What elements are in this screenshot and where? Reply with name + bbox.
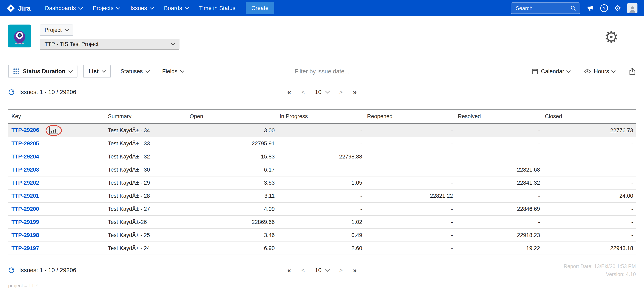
table-row: TTP-29201 Test KaydÄ± - 28 3.11 - 22821.… bbox=[8, 189, 636, 202]
fields-dropdown[interactable]: Fields bbox=[162, 68, 184, 75]
cell-key: TTP-29200 bbox=[8, 202, 106, 215]
cell-resolved: - bbox=[455, 124, 542, 137]
table-row: TTP-29203 Test KaydÄ± - 30 6.17 - - 2282… bbox=[8, 163, 636, 176]
issue-key-link[interactable]: TTP-29197 bbox=[12, 245, 39, 251]
time-format-label: Hours bbox=[594, 68, 609, 75]
next-page-button[interactable]: > bbox=[339, 89, 342, 96]
user-avatar[interactable] bbox=[627, 3, 638, 13]
cell-closed: - bbox=[542, 202, 636, 215]
list-controls-top: Issues: 1 - 10 / 29206 « < 10 > » bbox=[0, 88, 644, 96]
table-row: TTP-29204 Test KaydÄ± - 32 15.83 22798.8… bbox=[8, 150, 636, 163]
nav-time-in-status[interactable]: Time in Status bbox=[194, 0, 241, 16]
cell-in-progress: 0.49 bbox=[277, 229, 364, 242]
cell-open: 22869.66 bbox=[187, 215, 277, 229]
prev-page-button[interactable]: < bbox=[302, 267, 305, 273]
cell-in-progress: - bbox=[277, 137, 364, 150]
help-icon[interactable]: ? bbox=[600, 4, 608, 12]
table-row: TTP-29197 Test KaydÄ± - 24 6.90 2.60 - 1… bbox=[8, 242, 636, 255]
chevron-down-icon bbox=[116, 5, 120, 10]
cell-resolved: 22918.23 bbox=[455, 229, 542, 242]
nav-issues[interactable]: Issues bbox=[125, 0, 158, 16]
issue-key-link[interactable]: TTP-29201 bbox=[12, 193, 39, 199]
cell-summary: Test KaydÄ± - 32 bbox=[106, 150, 187, 163]
cell-in-progress: 2.60 bbox=[277, 242, 364, 255]
cell-resolved: - bbox=[455, 150, 542, 163]
issue-date-filter-input[interactable] bbox=[256, 68, 388, 75]
cell-reopened: - bbox=[364, 176, 455, 189]
first-page-button[interactable]: « bbox=[287, 266, 291, 274]
cell-key: TTP-29205 bbox=[8, 137, 106, 150]
issue-key-link[interactable]: TTP-29204 bbox=[12, 154, 39, 160]
nav-settings-gear-icon[interactable]: ⚙ bbox=[614, 4, 621, 12]
top-navbar: Jira Dashboards Projects Issues Boards T… bbox=[0, 0, 644, 16]
time-format-dropdown[interactable]: Hours bbox=[584, 68, 615, 75]
navbar-icons: ? ⚙ bbox=[587, 3, 638, 13]
settings-gear-icon[interactable]: ⚙ bbox=[604, 29, 619, 45]
refresh-icon[interactable] bbox=[8, 89, 15, 96]
feedback-megaphone-icon[interactable] bbox=[587, 5, 594, 12]
cell-closed: - bbox=[542, 137, 636, 150]
next-page-button[interactable]: > bbox=[339, 267, 342, 273]
nav-projects[interactable]: Projects bbox=[88, 0, 125, 16]
plugin-version: Version: 4.10 bbox=[564, 270, 636, 278]
cell-summary: Test KaydÄ± - 28 bbox=[106, 189, 187, 202]
issue-key-link[interactable]: TTP-29199 bbox=[12, 219, 39, 225]
create-button[interactable]: Create bbox=[246, 2, 274, 14]
issues-summary-line: Issues: 1 - 10 / 29206 bbox=[8, 89, 287, 96]
nav-label: Time in Status bbox=[199, 5, 236, 12]
cell-reopened: - bbox=[364, 202, 455, 215]
cell-closed: - bbox=[542, 176, 636, 189]
search-icon[interactable] bbox=[570, 5, 576, 11]
chevron-down-icon bbox=[171, 41, 175, 45]
cell-key: TTP-29197 bbox=[8, 242, 106, 255]
view-selector-button[interactable]: List bbox=[83, 65, 111, 78]
refresh-icon[interactable] bbox=[8, 267, 15, 273]
export-icon[interactable] bbox=[629, 68, 636, 75]
cell-in-progress: 1.02 bbox=[277, 215, 364, 229]
project-avatar bbox=[8, 25, 31, 48]
last-page-button[interactable]: » bbox=[353, 266, 357, 274]
cell-resolved: - bbox=[455, 189, 542, 202]
nav-dashboards[interactable]: Dashboards bbox=[40, 0, 88, 16]
col-summary: Summary bbox=[106, 109, 187, 124]
cell-resolved: 22821.68 bbox=[455, 163, 542, 176]
nav-label: Boards bbox=[164, 5, 182, 12]
project-select[interactable]: TTP - TIS Test Project bbox=[40, 39, 180, 50]
jira-logo[interactable]: Jira bbox=[6, 4, 31, 13]
red-highlight-oval bbox=[46, 125, 62, 136]
chevron-down-icon bbox=[325, 267, 330, 271]
first-page-button[interactable]: « bbox=[287, 88, 291, 96]
page-size-dropdown[interactable]: 10 bbox=[315, 89, 329, 96]
issue-key-link[interactable]: TTP-29203 bbox=[12, 167, 39, 173]
eye-icon bbox=[584, 69, 591, 74]
page-size-dropdown[interactable]: 10 bbox=[315, 267, 329, 273]
issue-key-link[interactable]: TTP-29206 bbox=[12, 127, 39, 133]
calendar-label: Calendar bbox=[541, 68, 564, 75]
search-input[interactable] bbox=[515, 5, 568, 12]
jira-logo-icon bbox=[6, 4, 15, 13]
bar-chart-icon[interactable] bbox=[49, 127, 58, 134]
project-type-button[interactable]: Project bbox=[40, 25, 73, 36]
cell-key: TTP-29198 bbox=[8, 229, 106, 242]
status-duration-table: Key Summary Open In Progress Reopened Re… bbox=[8, 109, 636, 255]
project-type-label: Project bbox=[44, 27, 62, 33]
cell-open: 3.00 bbox=[187, 124, 277, 137]
cell-key: TTP-29203 bbox=[8, 163, 106, 176]
issue-key-link[interactable]: TTP-29205 bbox=[12, 140, 39, 147]
statuses-dropdown[interactable]: Statuses bbox=[120, 68, 149, 75]
table-header-row: Key Summary Open In Progress Reopened Re… bbox=[8, 109, 636, 124]
issue-key-link[interactable]: TTP-29198 bbox=[12, 232, 39, 238]
cell-closed: 24.00 bbox=[542, 189, 636, 202]
prev-page-button[interactable]: < bbox=[302, 89, 305, 96]
col-in-progress: In Progress bbox=[277, 109, 364, 124]
cell-closed: - bbox=[542, 215, 636, 229]
nav-boards[interactable]: Boards bbox=[158, 0, 194, 16]
issue-key-link[interactable]: TTP-29200 bbox=[12, 206, 39, 212]
cell-reopened: - bbox=[364, 124, 455, 137]
issue-key-link[interactable]: TTP-29202 bbox=[12, 180, 39, 186]
last-page-button[interactable]: » bbox=[353, 88, 357, 96]
toolbar-right: Calendar Hours bbox=[532, 68, 636, 75]
report-type-button[interactable]: Status Duration bbox=[8, 65, 78, 78]
calendar-dropdown[interactable]: Calendar bbox=[532, 68, 570, 75]
project-controls: Project TTP - TIS Test Project bbox=[40, 25, 180, 50]
